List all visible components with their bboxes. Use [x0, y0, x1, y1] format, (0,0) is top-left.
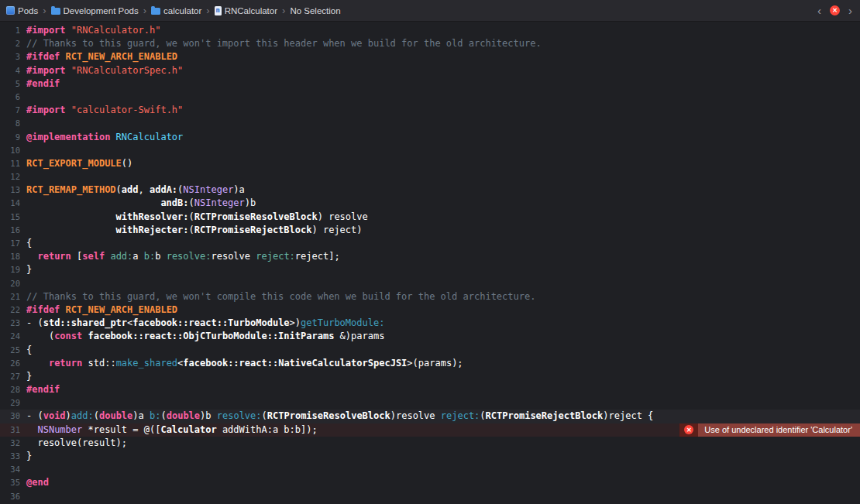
line-number[interactable]: 22 — [0, 303, 20, 317]
breadcrumb-item-no-selection[interactable]: No Selection — [290, 6, 340, 15]
code-line-31[interactable]: 31 NSNumber *result = @([Calculator addW… — [0, 423, 860, 437]
code-token — [26, 424, 37, 435]
code-line-15[interactable]: 15 withResolver:(RCTPromiseResolveBlock)… — [0, 211, 860, 224]
code-line-13[interactable]: 13RCT_REMAP_METHOD(add, addA:(NSInteger)… — [0, 183, 860, 197]
code-line-8[interactable]: 8 — [0, 117, 860, 130]
line-number[interactable]: 1 — [0, 24, 20, 37]
code-line-18[interactable]: 18 return [self add:a b:b resolve:resolv… — [0, 250, 860, 263]
next-issue-button[interactable]: › — [847, 5, 854, 16]
code-line-17[interactable]: 17{ — [0, 237, 860, 250]
line-number[interactable]: 15 — [0, 211, 20, 224]
code-line-10[interactable]: 10 — [0, 144, 860, 157]
line-number[interactable]: 5 — [0, 77, 20, 91]
code-line-12[interactable]: 12 — [0, 170, 860, 183]
line-number[interactable]: 31 — [0, 423, 20, 437]
line-number[interactable]: 32 — [0, 437, 20, 450]
line-number[interactable]: 19 — [0, 263, 20, 276]
line-number[interactable]: 8 — [0, 117, 20, 130]
code-line-9[interactable]: 9@implementation RNCalculator — [0, 131, 860, 144]
code-editor[interactable]: 1#import "RNCalculator.h"2// Thanks to t… — [0, 22, 860, 503]
issue-navigation: ‹ ✕ › — [816, 5, 854, 16]
code-token: )b — [245, 197, 256, 208]
code-line-4[interactable]: 4#import "RNCalculatorSpec.h" — [0, 64, 860, 77]
line-number[interactable]: 6 — [0, 91, 20, 104]
line-number[interactable]: 28 — [0, 383, 20, 396]
code-token: )reject { — [603, 410, 653, 421]
line-number[interactable]: 3 — [0, 50, 20, 63]
code-line-1[interactable]: 1#import "RNCalculator.h" — [0, 24, 860, 37]
code-token: add — [122, 184, 139, 195]
folder-icon — [51, 8, 60, 15]
line-number[interactable]: 11 — [0, 157, 20, 170]
line-number[interactable]: 2 — [0, 37, 20, 50]
code-line-36[interactable]: 36 — [0, 490, 860, 503]
line-number[interactable]: 9 — [0, 131, 20, 144]
line-number[interactable]: 29 — [0, 396, 20, 410]
code-token: b: — [144, 251, 155, 262]
code-line-14[interactable]: 14 andB:(NSInteger)b — [0, 197, 860, 210]
code-line-33[interactable]: 33} — [0, 450, 860, 463]
previous-issue-button[interactable]: ‹ — [816, 5, 823, 16]
breadcrumb-item-calculator[interactable]: calculator — [151, 6, 201, 15]
code-line-6[interactable]: 6 — [0, 91, 860, 104]
breadcrumb-item-label: Pods — [18, 6, 38, 15]
code-line-20[interactable]: 20 — [0, 277, 860, 290]
breadcrumb-item-rncalculator[interactable]: mRNCalculator — [215, 6, 277, 15]
code-line-32[interactable]: 32 resolve(result); — [0, 437, 860, 450]
code-line-16[interactable]: 16 withRejecter:(RCTPromiseRejectBlock) … — [0, 224, 860, 237]
line-number[interactable]: 10 — [0, 144, 20, 157]
code-line-34[interactable]: 34 — [0, 463, 860, 476]
line-number[interactable]: 34 — [0, 463, 20, 476]
code-line-21[interactable]: 21// Thanks to this guard, we won't comp… — [0, 290, 860, 303]
code-token: std::shared_ptr — [43, 317, 127, 328]
inline-error-banner[interactable]: ✕Use of undeclared identifier 'Calculato… — [679, 423, 860, 437]
line-number[interactable]: 12 — [0, 170, 20, 183]
breadcrumb-item-pods[interactable]: Pods — [6, 6, 38, 15]
code-line-26[interactable]: 26 return std::make_shared<facebook::rea… — [0, 357, 860, 370]
code-line-11[interactable]: 11RCT_EXPORT_MODULE() — [0, 157, 860, 170]
code-line-5[interactable]: 5#endif — [0, 77, 860, 91]
code-line-19[interactable]: 19} — [0, 263, 860, 276]
code-line-30[interactable]: 30- (void)add:(double)a b:(double)b reso… — [0, 410, 860, 423]
code-token: ( — [116, 184, 122, 195]
code-line-29[interactable]: 29 — [0, 396, 860, 410]
line-number[interactable]: 16 — [0, 224, 20, 237]
code-line-27[interactable]: 27} — [0, 370, 860, 383]
code-line-23[interactable]: 23- (std::shared_ptr<facebook::react::Tu… — [0, 317, 860, 330]
line-number[interactable]: 36 — [0, 490, 20, 503]
line-number[interactable]: 26 — [0, 357, 20, 370]
line-number[interactable]: 20 — [0, 277, 20, 290]
line-number[interactable]: 17 — [0, 237, 20, 250]
code-token: RCTPromiseRejectBlock — [486, 410, 604, 421]
code-token: resolve — [211, 251, 256, 262]
breadcrumb-item-development-pods[interactable]: Development Pods — [51, 6, 139, 15]
code-lines: 1#import "RNCalculator.h"2// Thanks to t… — [0, 24, 860, 503]
line-number[interactable]: 18 — [0, 250, 20, 263]
code-token: ( — [160, 410, 166, 421]
line-number[interactable]: 4 — [0, 64, 20, 77]
line-number[interactable]: 33 — [0, 450, 20, 463]
line-number[interactable]: 13 — [0, 183, 20, 197]
code-line-2[interactable]: 2// Thanks to this guard, we won't impor… — [0, 37, 860, 50]
code-line-35[interactable]: 35@end — [0, 476, 860, 489]
line-number[interactable]: 35 — [0, 476, 20, 489]
error-badge-icon[interactable]: ✕ — [830, 5, 840, 15]
line-number[interactable]: 23 — [0, 317, 20, 330]
line-number[interactable]: 21 — [0, 290, 20, 303]
line-number[interactable]: 7 — [0, 104, 20, 117]
line-number[interactable]: 25 — [0, 344, 20, 357]
code-token: add: — [71, 410, 94, 421]
code-token: } — [26, 264, 32, 275]
line-number[interactable]: 14 — [0, 197, 20, 210]
code-line-7[interactable]: 7#import "calculator-Swift.h" — [0, 104, 860, 117]
code-line-3[interactable]: 3#ifdef RCT_NEW_ARCH_ENABLED — [0, 50, 860, 63]
code-token: ( — [189, 225, 194, 235]
line-number[interactable]: 30 — [0, 410, 20, 423]
code-line-24[interactable]: 24 (const facebook::react::ObjCTurboModu… — [0, 330, 860, 343]
line-number[interactable]: 24 — [0, 330, 20, 343]
line-number[interactable]: 27 — [0, 370, 20, 383]
code-line-25[interactable]: 25{ — [0, 344, 860, 357]
code-text: - (std::shared_ptr<facebook::react::Turb… — [20, 317, 384, 330]
code-line-28[interactable]: 28#endif — [0, 383, 860, 396]
code-line-22[interactable]: 22#ifdef RCT_NEW_ARCH_ENABLED — [0, 303, 860, 317]
